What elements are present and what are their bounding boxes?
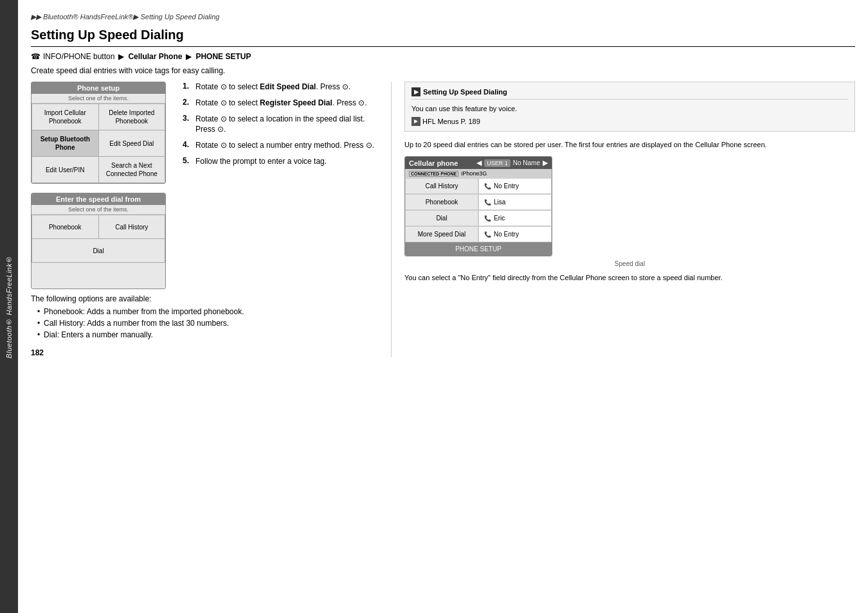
- main-content: ▶▶ Bluetooth® HandsFreeLink®▶ Setting Up…: [18, 0, 868, 364]
- step-1: 1. Rotate ⊙ to select Edit Speed Dial. P…: [183, 82, 378, 93]
- nav-arrow-left[interactable]: ◀: [476, 159, 482, 167]
- setup-bluetooth-btn[interactable]: Setup Bluetooth Phone: [32, 130, 98, 156]
- step-4: 4. Rotate ⊙ to select a number entry met…: [183, 140, 378, 151]
- info-text-1: You can use this feature by voice.: [411, 103, 848, 114]
- call-history-cell-btn[interactable]: Call History: [405, 178, 478, 194]
- rotate-icon-2: ⊙: [221, 98, 227, 109]
- screen-title: Phone setup: [32, 82, 165, 94]
- page-number: 182: [31, 342, 378, 357]
- steps-container: 1. Rotate ⊙ to select Edit Speed Dial. P…: [183, 82, 378, 172]
- dial-cell-btn[interactable]: Dial: [405, 210, 478, 226]
- note-text: You can select a "No Entry" field direct…: [404, 272, 855, 283]
- option-call-history: Call History: Adds a number from the las…: [37, 319, 378, 328]
- cellular-screen: Cellular phone ◀ USER 1 No Name ▶ CONNEC…: [404, 156, 552, 256]
- arrow-right-2: ▶: [186, 52, 192, 61]
- phone-setup-screen: Phone setup Select one of the items. Imp…: [31, 82, 166, 184]
- cellular-title-bar: Cellular phone ◀ USER 1 No Name ▶: [405, 157, 552, 169]
- press-icon-4: ⊙: [366, 140, 372, 151]
- side-tab: Bluetooth® HandsFreeLink®: [0, 0, 18, 613]
- speed-dial-caption: Speed dial: [404, 260, 855, 267]
- rotate-icon-4: ⊙: [221, 140, 227, 151]
- screens-stack: Phone setup Select one of the items. Imp…: [31, 82, 166, 289]
- press-icon-2: ⊙: [358, 98, 365, 109]
- right-column: ▶ Setting Up Speed Dialing You can use t…: [391, 82, 855, 357]
- edit-user-pin-btn[interactable]: Edit User/PIN: [32, 157, 98, 182]
- cellular-grid: Call History 📞 No Entry Phonebook 📞 Lisa…: [405, 178, 552, 256]
- description: Create speed dial entries with voice tag…: [31, 66, 855, 75]
- speed-dial-grid: Phonebook Call History Dial: [32, 215, 165, 263]
- entry-icon-1: 📞: [484, 183, 491, 190]
- screen-footer: [32, 263, 165, 289]
- phone-setup-cell-btn[interactable]: PHONE SETUP: [405, 242, 552, 256]
- more-speed-dial-btn[interactable]: More Speed Dial: [405, 226, 478, 242]
- screen-subtitle: Select one of the items.: [32, 94, 165, 103]
- entry-eric[interactable]: 📞 Eric: [478, 210, 552, 226]
- entry-icon-2: 📞: [484, 199, 491, 206]
- edit-speed-dial-btn[interactable]: Edit Speed Dial: [99, 130, 165, 156]
- nav-arrow-right[interactable]: ▶: [543, 159, 548, 167]
- connected-phone: CONNECTED PHONE iPhone3G: [405, 169, 552, 178]
- sub-header: ☎ INFO/PHONE button ▶ Cellular Phone ▶ P…: [31, 52, 855, 61]
- content-columns: Phone setup Select one of the items. Imp…: [31, 82, 855, 357]
- entry-icon-4: 📞: [484, 231, 491, 238]
- connected-name: iPhone3G: [461, 170, 487, 177]
- arrow-right-1: ▶: [118, 52, 124, 61]
- option-phonebook: Phonebook: Adds a number from the import…: [37, 307, 378, 316]
- phonebook-cell-btn[interactable]: Phonebook: [405, 194, 478, 210]
- no-name-label: No Name: [513, 159, 540, 166]
- press-icon-1: ⊙: [342, 82, 348, 93]
- entry-no-entry-1[interactable]: 📞 No Entry: [478, 178, 552, 194]
- breadcrumb: ▶▶ Bluetooth® HandsFreeLink®▶ Setting Up…: [31, 13, 855, 21]
- import-cellular-btn[interactable]: Import Cellular Phonebook: [32, 104, 98, 130]
- spacer: [31, 184, 166, 193]
- user-badge: USER 1: [484, 159, 511, 167]
- left-column: Phone setup Select one of the items. Imp…: [31, 82, 378, 357]
- info-box: ▶ Setting Up Speed Dialing You can use t…: [404, 82, 855, 132]
- phone-icon: ☎: [31, 52, 41, 61]
- info-link[interactable]: ▶ HFL Menus P. 189: [411, 117, 848, 126]
- screen-grid: Import Cellular Phonebook Delete Importe…: [32, 103, 165, 183]
- dial-btn[interactable]: Dial: [32, 239, 165, 262]
- info-box-title: ▶ Setting Up Speed Dialing: [411, 87, 848, 100]
- entry-lisa[interactable]: 📞 Lisa: [478, 194, 552, 210]
- step-3: 3. Rotate ⊙ to select a location in the …: [183, 114, 378, 136]
- screens-steps-row: Phone setup Select one of the items. Imp…: [31, 82, 378, 289]
- entry-no-entry-2[interactable]: 📞 No Entry: [478, 226, 552, 242]
- delete-imported-btn[interactable]: Delete Imported Phonebook: [99, 104, 165, 130]
- entry-icon-3: 📞: [484, 215, 491, 222]
- step-5: 5. Follow the prompt to enter a voice ta…: [183, 156, 378, 167]
- side-tab-label: Bluetooth® HandsFreeLink®: [5, 255, 13, 359]
- speed-dial-title: Enter the speed dial from: [32, 193, 165, 205]
- rotate-icon-1: ⊙: [221, 82, 227, 93]
- right-body-text: Up to 20 speed dial entries can be store…: [404, 139, 855, 150]
- info-icon: ▶: [411, 87, 420, 96]
- search-next-connected-btn[interactable]: Search a Next Connected Phone: [99, 157, 165, 182]
- press-icon-3: ⊙: [217, 124, 224, 135]
- options-list: Phonebook: Adds a number from the import…: [31, 307, 378, 339]
- speed-dial-screen: Enter the speed dial from Select one of …: [31, 193, 166, 289]
- step-2: 2. Rotate ⊙ to select Register Speed Dia…: [183, 98, 378, 109]
- link-icon: ▶: [411, 117, 420, 126]
- rotate-icon-3: ⊙: [221, 114, 227, 125]
- call-history-btn[interactable]: Call History: [99, 215, 165, 238]
- cellular-title: Cellular phone: [409, 159, 474, 167]
- connected-label: CONNECTED PHONE: [409, 171, 458, 177]
- speed-dial-subtitle: Select one of the items.: [32, 205, 165, 215]
- page-title: Setting Up Speed Dialing: [31, 28, 855, 47]
- phonebook-btn[interactable]: Phonebook: [32, 215, 98, 238]
- options-header: The following options are available:: [31, 294, 378, 303]
- option-dial: Dial: Enters a number manually.: [37, 330, 378, 339]
